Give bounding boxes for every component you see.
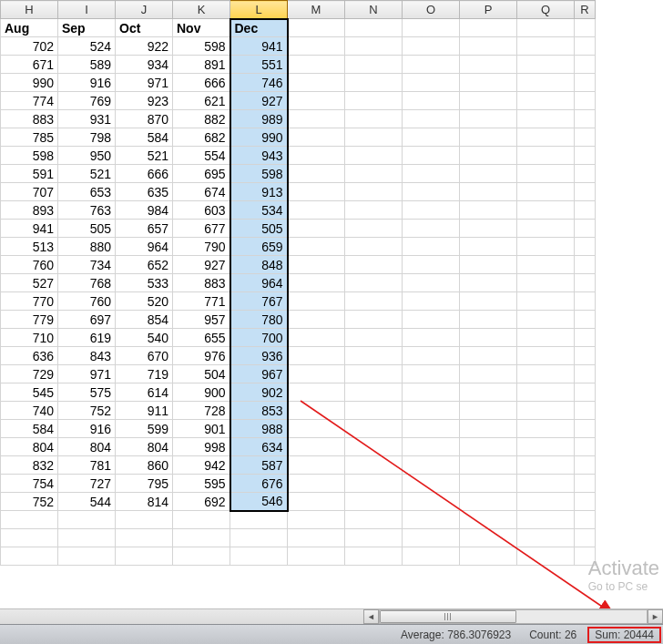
table-row[interactable]: 752544814692546: [1, 493, 596, 511]
spreadsheet-grid[interactable]: HIJKLMNOPQRAugSepOctNovDec70252492259894…: [0, 0, 663, 612]
cell[interactable]: [517, 475, 575, 493]
cell[interactable]: [460, 128, 517, 147]
cell[interactable]: 584: [116, 128, 173, 147]
cell[interactable]: [345, 274, 403, 292]
cell[interactable]: [517, 201, 575, 220]
cell[interactable]: 657: [116, 220, 173, 238]
cell[interactable]: [460, 256, 517, 274]
cell[interactable]: 598: [1, 147, 58, 165]
cell[interactable]: [345, 201, 403, 220]
table-row[interactable]: 754727795595676: [1, 475, 596, 493]
column-header-J[interactable]: J: [116, 1, 173, 19]
cell[interactable]: [58, 511, 116, 529]
cell[interactable]: 513: [1, 238, 58, 256]
cell[interactable]: 942: [173, 456, 230, 475]
cell[interactable]: 804: [1, 438, 58, 456]
cell[interactable]: 546: [230, 493, 288, 511]
cell[interactable]: [288, 529, 345, 547]
cell[interactable]: 634: [230, 438, 288, 456]
cell[interactable]: 883: [173, 274, 230, 292]
cell[interactable]: [575, 256, 596, 274]
cell[interactable]: [575, 165, 596, 183]
cell[interactable]: [460, 511, 517, 529]
cell[interactable]: [517, 37, 575, 56]
cell[interactable]: [288, 165, 345, 183]
cell[interactable]: [403, 292, 460, 311]
cell[interactable]: 752: [58, 402, 116, 420]
cell[interactable]: [460, 110, 517, 128]
cell[interactable]: [345, 438, 403, 456]
cell[interactable]: 814: [116, 493, 173, 511]
cell[interactable]: [460, 547, 517, 566]
cell[interactable]: 729: [1, 365, 58, 383]
cell[interactable]: 636: [1, 347, 58, 365]
cell[interactable]: [403, 220, 460, 238]
cell[interactable]: [288, 274, 345, 292]
table-row[interactable]: 740752911728853: [1, 402, 596, 420]
cell[interactable]: 619: [58, 329, 116, 347]
cell[interactable]: [345, 365, 403, 383]
cell[interactable]: [345, 311, 403, 329]
cell[interactable]: [575, 147, 596, 165]
cell[interactable]: [288, 147, 345, 165]
column-header-I[interactable]: I: [58, 1, 116, 19]
cell[interactable]: 916: [58, 420, 116, 438]
cell[interactable]: 598: [173, 37, 230, 56]
cell[interactable]: [345, 347, 403, 365]
cell[interactable]: [288, 420, 345, 438]
scroll-left-button[interactable]: ◄: [363, 609, 379, 624]
cell[interactable]: 504: [173, 365, 230, 383]
cell[interactable]: [575, 56, 596, 74]
cell[interactable]: [403, 183, 460, 201]
cell[interactable]: [460, 438, 517, 456]
cell[interactable]: 936: [230, 347, 288, 365]
cell[interactable]: [345, 183, 403, 201]
month-header-Oct[interactable]: Oct: [116, 19, 173, 37]
cell[interactable]: 988: [230, 420, 288, 438]
cell[interactable]: 700: [230, 329, 288, 347]
month-header-Q[interactable]: [517, 19, 575, 37]
cell[interactable]: [460, 274, 517, 292]
cell[interactable]: [575, 238, 596, 256]
table-row[interactable]: 636843670976936: [1, 347, 596, 365]
cell[interactable]: 692: [173, 493, 230, 511]
cell[interactable]: [288, 438, 345, 456]
table-row[interactable]: 760734652927848: [1, 256, 596, 274]
cell[interactable]: 971: [116, 74, 173, 92]
cell[interactable]: 883: [1, 110, 58, 128]
cell[interactable]: [517, 547, 575, 566]
cell[interactable]: [575, 292, 596, 311]
cell[interactable]: 760: [58, 292, 116, 311]
cell[interactable]: 682: [173, 128, 230, 147]
cell[interactable]: [288, 311, 345, 329]
cell[interactable]: [288, 456, 345, 475]
cell[interactable]: 621: [173, 92, 230, 110]
cell[interactable]: [460, 329, 517, 347]
cell[interactable]: 781: [58, 456, 116, 475]
cell[interactable]: 916: [58, 74, 116, 92]
cell[interactable]: 941: [1, 220, 58, 238]
cell[interactable]: [403, 493, 460, 511]
cell[interactable]: [403, 420, 460, 438]
cell[interactable]: [460, 311, 517, 329]
cell[interactable]: [575, 547, 596, 566]
cell[interactable]: 599: [116, 420, 173, 438]
cell[interactable]: [575, 329, 596, 347]
cell[interactable]: [288, 475, 345, 493]
cell[interactable]: [403, 147, 460, 165]
cell[interactable]: [345, 383, 403, 402]
cell[interactable]: [403, 329, 460, 347]
cell[interactable]: 676: [230, 475, 288, 493]
cell[interactable]: [345, 74, 403, 92]
cell[interactable]: 527: [1, 274, 58, 292]
column-header-N[interactable]: N: [345, 1, 403, 19]
cell[interactable]: 614: [116, 383, 173, 402]
cell[interactable]: 728: [173, 402, 230, 420]
column-header-row[interactable]: HIJKLMNOPQR: [1, 1, 596, 19]
cell[interactable]: 595: [173, 475, 230, 493]
cell[interactable]: 521: [58, 165, 116, 183]
table-row[interactable]: 671589934891551: [1, 56, 596, 74]
cell[interactable]: [403, 92, 460, 110]
cell[interactable]: [575, 529, 596, 547]
cell[interactable]: [345, 147, 403, 165]
